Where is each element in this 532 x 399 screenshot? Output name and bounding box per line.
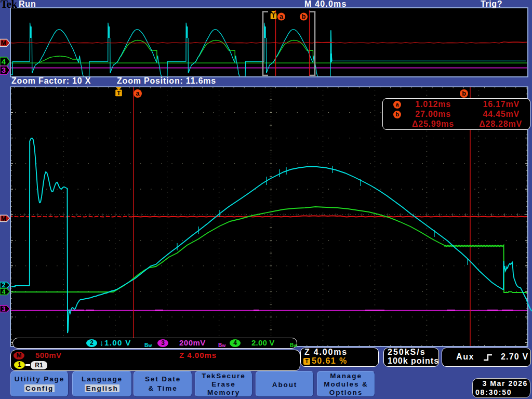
svg-text:a: a <box>136 90 140 97</box>
svg-text:3: 3 <box>2 65 6 74</box>
svg-text:3: 3 <box>2 305 6 313</box>
svg-text:b: b <box>462 90 466 97</box>
svg-text:a: a <box>280 13 284 20</box>
svg-text:4: 4 <box>2 57 6 66</box>
svg-text:T: T <box>272 12 275 19</box>
svg-text:M: M <box>1 39 7 47</box>
svg-text:T: T <box>117 90 121 96</box>
svg-text:b: b <box>302 13 306 20</box>
svg-text:M: M <box>1 215 6 222</box>
svg-text:4: 4 <box>2 288 6 296</box>
